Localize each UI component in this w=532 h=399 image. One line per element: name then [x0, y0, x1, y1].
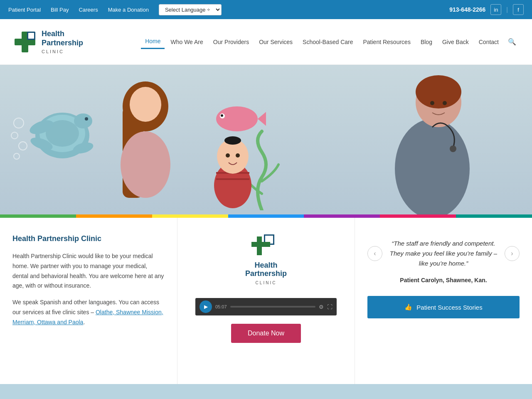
- facebook-icon[interactable]: f: [513, 4, 524, 15]
- footer-bar: [0, 384, 532, 399]
- content-left: Health Partnership Clinic Health Partner…: [0, 218, 177, 384]
- content-left-heading: Health Partnership Clinic: [12, 234, 165, 243]
- svg-point-19: [14, 153, 20, 159]
- testimonial-quote: “The staff are friendly and competent. T…: [387, 239, 500, 268]
- donate-button[interactable]: Donate Now: [231, 324, 301, 343]
- svg-point-28: [224, 136, 241, 145]
- svg-point-8: [85, 117, 88, 121]
- play-button[interactable]: ▶: [200, 300, 212, 313]
- content-right: ‹ “The staff are friendly and competent.…: [355, 218, 532, 384]
- color-bar-5: [304, 214, 380, 218]
- logo: HealthPartnership CLINIC: [12, 30, 83, 54]
- color-bar: [0, 214, 532, 218]
- svg-point-15: [221, 114, 223, 117]
- svg-text:CLINIC: CLINIC: [256, 281, 277, 285]
- svg-point-34: [450, 145, 456, 152]
- logo-text: HealthPartnership CLINIC: [42, 30, 83, 54]
- language-select[interactable]: Select Language ÷ Español: [159, 4, 222, 15]
- svg-point-18: [19, 142, 27, 150]
- svg-marker-13: [258, 108, 266, 129]
- top-bar-links: Patient Portal Bill Pay Careers Make a D…: [8, 4, 222, 15]
- svg-rect-40: [251, 242, 270, 247]
- content-left-para2: We speak Spanish and other languages. Yo…: [12, 298, 165, 327]
- color-bar-7: [456, 214, 532, 218]
- patient-stories-label: Patient Success Stories: [416, 304, 482, 311]
- linkedin-icon[interactable]: in: [490, 4, 501, 15]
- search-icon[interactable]: 🔍: [505, 34, 520, 49]
- nav-our-services[interactable]: Our Services: [255, 35, 297, 49]
- nav-school-based-care[interactable]: School-Based Care: [298, 35, 357, 49]
- color-bar-1: [0, 214, 76, 218]
- svg-point-7: [74, 113, 92, 128]
- color-bar-4: [228, 214, 304, 218]
- video-player: ▶ 05:07 ⚙ ⛶: [195, 298, 337, 315]
- svg-point-30: [236, 153, 240, 158]
- svg-point-36: [443, 101, 447, 105]
- nav-home[interactable]: Home: [141, 34, 165, 49]
- svg-rect-3: [28, 33, 34, 39]
- video-settings-icon[interactable]: ⚙: [319, 304, 324, 310]
- svg-text:Health: Health: [254, 261, 277, 269]
- color-bar-2: [76, 214, 152, 218]
- testimonial-nav: ‹ “The staff are friendly and competent.…: [367, 239, 520, 268]
- video-progress-bar[interactable]: [230, 306, 315, 308]
- nav-our-providers[interactable]: Our Providers: [209, 35, 253, 49]
- bill-pay-link[interactable]: Bill Pay: [51, 7, 69, 13]
- hero-image: [0, 65, 532, 214]
- testimonial-next-arrow[interactable]: ›: [505, 246, 520, 261]
- clinic-subtitle: CLINIC: [42, 49, 83, 54]
- svg-point-35: [430, 101, 434, 105]
- main-nav: Home Who We Are Our Providers Our Servic…: [141, 34, 520, 49]
- svg-point-17: [11, 132, 18, 139]
- patient-stories-button[interactable]: 👍 Patient Success Stories: [367, 296, 520, 318]
- testimonial-area: ‹ “The staff are friendly and competent.…: [367, 234, 520, 288]
- svg-point-31: [395, 119, 470, 214]
- nav-patient-resources[interactable]: Patient Resources: [359, 35, 415, 49]
- top-bar: Patient Portal Bill Pay Careers Make a D…: [0, 0, 532, 19]
- svg-point-29: [226, 153, 230, 158]
- svg-point-16: [14, 118, 24, 128]
- content-row: Health Partnership Clinic Health Partner…: [0, 218, 532, 384]
- color-bar-6: [380, 214, 456, 218]
- color-bar-3: [152, 214, 228, 218]
- phone-number: 913-648-2266: [449, 6, 485, 13]
- testimonial-author: Patient Carolyn, Shawnee, Kan.: [367, 277, 520, 283]
- nav-give-back[interactable]: Give Back: [438, 35, 473, 49]
- video-time: 05:07: [215, 304, 227, 309]
- nav-blog[interactable]: Blog: [416, 35, 436, 49]
- nav-contact[interactable]: Contact: [475, 35, 503, 49]
- make-donation-link[interactable]: Make a Donation: [108, 7, 149, 13]
- top-bar-right: 913-648-2266 in | f: [449, 4, 524, 15]
- svg-text:Partnership: Partnership: [245, 269, 287, 278]
- center-logo: Health Partnership CLINIC: [224, 234, 308, 290]
- video-controls: ▶ 05:07 ⚙ ⛶: [195, 298, 337, 315]
- testimonial-prev-arrow[interactable]: ‹: [367, 246, 382, 261]
- careers-link[interactable]: Careers: [79, 7, 98, 13]
- content-left-para1: Health Partnership Clinic would like to …: [12, 251, 165, 291]
- logo-icon: [12, 30, 37, 54]
- svg-point-33: [416, 75, 461, 108]
- svg-point-23: [130, 87, 161, 122]
- header: HealthPartnership CLINIC Home Who We Are…: [0, 19, 532, 65]
- video-fullscreen-icon[interactable]: ⛶: [327, 304, 332, 310]
- thumbs-up-icon: 👍: [404, 303, 412, 311]
- content-center: Health Partnership CLINIC ▶ 05:07 ⚙ ⛶ Do…: [177, 218, 355, 384]
- nav-who-we-are[interactable]: Who We Are: [166, 35, 207, 49]
- patient-portal-link[interactable]: Patient Portal: [8, 7, 41, 13]
- svg-point-22: [121, 131, 170, 198]
